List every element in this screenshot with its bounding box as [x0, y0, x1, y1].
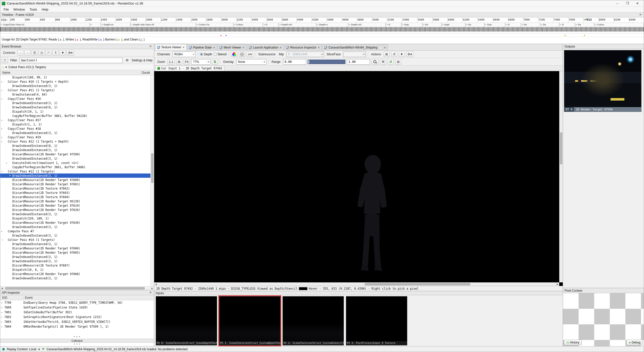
- event-row[interactable]: DrawIndexedInstanced(3, 1): [0, 84, 150, 88]
- event-browser-close-icon[interactable]: ✕: [149, 45, 152, 48]
- save-icon[interactable]: ▼: [61, 51, 64, 55]
- event-row[interactable]: DrawIndexedInstanced(3, 1): [0, 101, 150, 105]
- timeline-pass-segment[interactable]: + De: [521, 23, 540, 27]
- export-icon[interactable]: ⇑: [54, 51, 57, 55]
- event-row[interactable]: DiscardResource(2D Texture 97604): [0, 195, 150, 199]
- event-row[interactable]: DrawIndexedInstanced(3, 1): [0, 156, 150, 161]
- replay-context-label[interactable]: Replay Context: Local: [7, 347, 36, 351]
- event-row[interactable]: DiscardResource(2D Render Target 97608): [0, 272, 150, 276]
- timeline-pass-segment[interactable]: + D: [559, 23, 575, 27]
- expander-icon[interactable]: ▸: [1, 98, 5, 100]
- tab-close-icon[interactable]: ✕: [279, 46, 281, 49]
- event-browser-vertical-scrollbar[interactable]: [150, 75, 154, 286]
- timeline-pass-segment[interactable]: + D: [263, 23, 279, 27]
- expander-icon[interactable]: ▸: [0, 321, 4, 323]
- timeline-pass-segment[interactable]: + Copy/Clear Pass #1: [0, 23, 90, 27]
- timeline-pass-segment[interactable]: + De: [540, 23, 559, 27]
- swap-icon[interactable]: ⇅: [214, 60, 216, 64]
- event-row[interactable]: DiscardResource(2D Render Target 97601): [0, 182, 150, 186]
- event-row[interactable]: DiscardResource(2D Texture 97603): [0, 191, 150, 195]
- overlay-select[interactable]: None▾: [236, 59, 266, 65]
- channels-select[interactable]: RGBA▾: [173, 52, 196, 57]
- event-row[interactable]: Dispatch(160, 90, 1): [0, 75, 150, 79]
- column-name[interactable]: Name: [0, 71, 141, 74]
- stencil-radio[interactable]: Stencil: [214, 53, 227, 56]
- range-min-input[interactable]: [283, 59, 306, 65]
- event-row[interactable]: DrawIndexedInstanced(3, 1): [0, 255, 150, 259]
- callstack-section-header[interactable]: Callstack: [0, 339, 154, 343]
- scrollbar-thumb[interactable]: [151, 153, 153, 183]
- document-tab[interactable]: Launch Application ⋯ ✕: [247, 45, 284, 50]
- timeline-pass-segment[interactable]: + D: [386, 23, 401, 27]
- api-inspector-close-icon[interactable]: ✕: [149, 291, 152, 294]
- event-row[interactable]: DrawIndexedInstanced(3, 1): [0, 276, 150, 280]
- event-row[interactable]: ▸ Colour Pass #12 (1 Targets + Depth): [0, 139, 150, 144]
- bookmark-icon[interactable]: ⚐: [47, 51, 50, 55]
- mip-select[interactable]: 0 - 2560x1440▾: [286, 52, 324, 57]
- api-call-row[interactable]: ▸ 7803 IASetVertexBuffers(0, D3D12_VERTE…: [0, 319, 154, 324]
- event-row[interactable]: Dispatch(320, 180, 1): [0, 216, 150, 221]
- settings-help-link[interactable]: Settings & Help: [132, 59, 152, 62]
- expander-icon[interactable]: ▸: [0, 316, 4, 318]
- event-row[interactable]: ▸ Copy/Clear Pass #17: [0, 118, 150, 122]
- tab-overflow-icon[interactable]: ⋯: [379, 46, 383, 49]
- timeline-pass-segment[interactable]: + Depth-onl: [279, 23, 316, 27]
- event-row[interactable]: DiscardResource(2D Render Target 97630): [0, 221, 150, 225]
- event-row[interactable]: ▸ Colour Pass #11 (2 Targets): [0, 88, 150, 92]
- document-tab[interactable]: Texture Viewer ⋯ ✕: [155, 44, 187, 50]
- event-row[interactable]: ▸ Copy/Clear Pass #19: [0, 135, 150, 139]
- filter-input[interactable]: [20, 58, 123, 63]
- event-row[interactable]: DiscardResource(2D Render Target 97610): [0, 203, 150, 208]
- document-tab[interactable]: Pipeline State ⋯ ✕: [187, 45, 217, 50]
- input-thumbnail[interactable]: PS 0: SceneTexturesStruct_SceneDepthText…: [156, 296, 217, 345]
- scrollbar-thumb[interactable]: [365, 283, 470, 285]
- timeline-pass-segment[interactable]: + D: [505, 23, 521, 27]
- output-thumbnail[interactable]: RT 0 2D Render Target 97599: [564, 50, 641, 112]
- expander-icon[interactable]: ▸: [1, 127, 5, 130]
- timeline-pass-segment[interactable]: + Depth-only Pass #5: [130, 23, 196, 27]
- home-icon[interactable]: ⌂: [2, 65, 4, 69]
- event-row[interactable]: CopyBufferRegion(Buffer 3861, Buffer 942…: [0, 114, 150, 118]
- api-call-row[interactable]: ▸ 7800 SetPipelineState(Pipeline State 1…: [0, 305, 154, 310]
- menu-item[interactable]: Help: [39, 7, 51, 12]
- event-row[interactable]: Dispatch(10, 6, 1): [0, 268, 150, 272]
- maximize-button[interactable]: ❐: [623, 1, 632, 6]
- range-slider-handle[interactable]: [308, 60, 309, 64]
- wrench-icon[interactable]: ⚒: [382, 60, 385, 64]
- event-row[interactable]: DrawIndexedInstanced(3, 1): [0, 233, 150, 238]
- minimize-button[interactable]: –: [613, 1, 622, 6]
- back-icon[interactable]: ←: [19, 51, 22, 55]
- column-duration[interactable]: Durati: [141, 71, 154, 74]
- event-row[interactable]: DrawIndexedInstanced(3, 1): [0, 242, 150, 246]
- event-row[interactable]: DiscardResource(2D Render Target 97600): [0, 178, 150, 182]
- event-row[interactable]: DrawIndexedInstanced(3, 1): [0, 259, 150, 263]
- timeline-pass-segment[interactable]: + Dep: [401, 23, 422, 27]
- texture-vertical-scrollbar[interactable]: [559, 71, 563, 282]
- depth-radio[interactable]: Depth: [200, 53, 212, 56]
- gear-icon[interactable]: ⚙: [126, 58, 129, 62]
- event-row[interactable]: DrawIndexedInstanced(3, 1): [0, 131, 150, 135]
- event-browser-horizontal-scrollbar[interactable]: ◀ ▶: [0, 286, 154, 290]
- scroll-right-icon[interactable]: ▶: [150, 287, 154, 289]
- tab-close-icon[interactable]: ✕: [318, 46, 320, 49]
- event-row[interactable]: DrawIndexedInstanced(3, 1): [0, 225, 150, 229]
- input-thumbnail[interactable]: PS 2: SceneTexturesStruct_CustomStencilT…: [283, 296, 344, 345]
- color-wheel-icon[interactable]: [232, 52, 236, 56]
- tab-close-icon[interactable]: ✕: [213, 46, 215, 49]
- debug-button[interactable]: ● Debug: [626, 340, 643, 345]
- expander-icon[interactable]: ▸: [1, 230, 5, 233]
- range-slider[interactable]: [308, 60, 345, 64]
- zoom-1to1-button[interactable]: 1:1: [168, 59, 175, 65]
- timeline-usage-marker[interactable]: ▲: [220, 33, 222, 37]
- zoom-select[interactable]: 77%▾: [191, 59, 210, 65]
- expander-icon[interactable]: ▾: [1, 239, 5, 241]
- event-row[interactable]: CopyBufferRegion(Buffer 3861, Buffer 348…: [0, 165, 150, 169]
- timeline-icon[interactable]: ☰: [33, 51, 36, 55]
- copy-icon[interactable]: ⊞: [385, 52, 388, 56]
- slice-face-select[interactable]: ▾: [343, 52, 366, 57]
- event-row[interactable]: ▾ Colour Pass #13 (1 Targets): [0, 169, 150, 173]
- refresh-icon[interactable]: ↺: [393, 52, 395, 56]
- expander-icon[interactable]: ▸: [1, 89, 5, 92]
- timeline-pass-segment[interactable]: + De: [575, 23, 594, 27]
- forward-icon[interactable]: →: [26, 51, 29, 55]
